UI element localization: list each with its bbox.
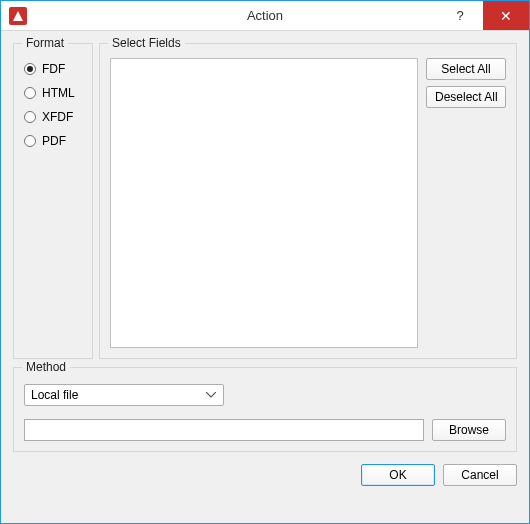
radio-fdf[interactable]: FDF — [24, 62, 82, 76]
browse-button[interactable]: Browse — [432, 419, 506, 441]
radio-icon — [24, 63, 36, 75]
radio-icon — [24, 135, 36, 147]
select-fields-group: Select Fields Select All Deselect All — [99, 43, 517, 359]
chevron-down-icon — [203, 385, 219, 405]
dialog-content: Format FDF HTML XFDF — [1, 31, 529, 523]
radio-label: HTML — [42, 86, 75, 100]
format-group: Format FDF HTML XFDF — [13, 43, 93, 359]
radio-label: XFDF — [42, 110, 73, 124]
cancel-button[interactable]: Cancel — [443, 464, 517, 486]
action-dialog: Action ? ✕ Format FDF HTM — [0, 0, 530, 524]
radio-label: PDF — [42, 134, 66, 148]
select-all-button[interactable]: Select All — [426, 58, 506, 80]
close-icon: ✕ — [500, 8, 512, 24]
format-options: FDF HTML XFDF PDF — [24, 62, 82, 148]
method-select-value: Local file — [31, 385, 78, 405]
top-row: Format FDF HTML XFDF — [13, 43, 517, 359]
titlebar: Action ? ✕ — [1, 1, 529, 31]
method-select[interactable]: Local file — [24, 384, 224, 406]
close-button[interactable]: ✕ — [483, 1, 529, 30]
help-button[interactable]: ? — [437, 1, 483, 30]
select-fields-legend: Select Fields — [108, 36, 185, 50]
method-row-path: Browse — [24, 419, 506, 441]
method-legend: Method — [22, 360, 70, 374]
fields-listbox[interactable] — [110, 58, 418, 348]
dialog-footer: OK Cancel — [13, 460, 517, 486]
app-icon — [9, 7, 27, 25]
radio-label: FDF — [42, 62, 65, 76]
method-row-select: Local file — [24, 384, 506, 409]
ok-button[interactable]: OK — [361, 464, 435, 486]
radio-html[interactable]: HTML — [24, 86, 82, 100]
radio-xfdf[interactable]: XFDF — [24, 110, 82, 124]
method-group: Method Local file Browse — [13, 367, 517, 452]
fields-buttons: Select All Deselect All — [426, 58, 506, 348]
radio-icon — [24, 87, 36, 99]
method-path-input[interactable] — [24, 419, 424, 441]
window-controls: ? ✕ — [437, 1, 529, 30]
format-legend: Format — [22, 36, 68, 50]
help-icon: ? — [456, 8, 463, 23]
radio-pdf[interactable]: PDF — [24, 134, 82, 148]
radio-icon — [24, 111, 36, 123]
deselect-all-button[interactable]: Deselect All — [426, 86, 506, 108]
